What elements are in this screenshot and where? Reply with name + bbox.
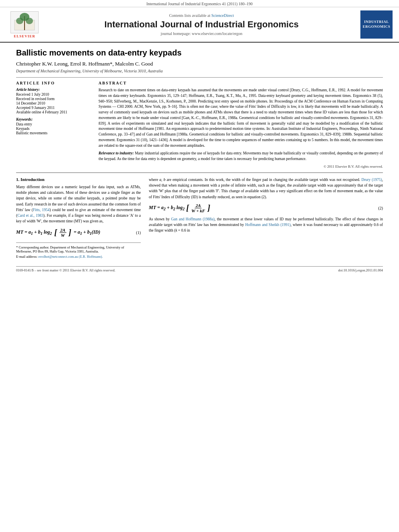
- formula-2-fraction: 2A W + kF: [191, 203, 206, 213]
- abstract-column: ABSTRACT Research to date on movement ti…: [99, 81, 383, 168]
- relevance-body: Many industrial applications require the…: [99, 151, 383, 161]
- elsevier-logo: ELSEVIER: [6, 11, 43, 38]
- paper-title: Ballistic movements on data-entry keypad…: [16, 48, 383, 58]
- keywords-label: Keywords:: [16, 117, 90, 121]
- journal-center: Contents lists available at ScienceDirec…: [43, 13, 360, 36]
- article-info-column: ARTICLE INFO Article history: Received 1…: [16, 81, 90, 168]
- formula-1: MT = a1 + b1 log2 [ 2A W ] = a1 + b1(ID)…: [16, 228, 141, 238]
- elsevier-logo-image: [10, 11, 39, 33]
- paper-affiliation: Department of Mechanical Engineering, Un…: [16, 69, 383, 73]
- keyword-1: Data entry: [16, 122, 90, 126]
- svg-point-3: [16, 18, 23, 24]
- elsevier-label: ELSEVIER: [14, 34, 35, 38]
- formula-1-bracket: [: [54, 228, 57, 237]
- relevance-label: Relevance to industry:: [99, 151, 134, 155]
- right-body-column: where a, b are empirical constants. In t…: [149, 177, 383, 260]
- formula-2-bracket-close: ]: [208, 203, 210, 213]
- main-body: 1. Introduction Many different devices u…: [16, 177, 383, 260]
- journal-citation: International Journal of Industrial Ergo…: [146, 2, 253, 6]
- formula-2-number: (2): [378, 206, 383, 210]
- doi-text: doi:10.1016/j.ergon.2011.01.004: [338, 268, 383, 272]
- email-label: E-mail address:: [16, 255, 37, 259]
- left-body-column: 1. Introduction Many different devices u…: [16, 177, 141, 260]
- email-link[interactable]: errolhot@netconnect.com.au (E.R. Hoffman…: [38, 255, 103, 259]
- available-date: Available online 4 February 2011: [16, 110, 90, 114]
- article-info-heading: ARTICLE INFO: [16, 81, 90, 85]
- footnote-corresponding: * Corresponding author. Department of Me…: [16, 245, 141, 253]
- top-bar: International Journal of Industrial Ergo…: [0, 0, 399, 7]
- intro-para1: Many different devices use a numeric key…: [16, 184, 141, 224]
- journal-right-logo: INDUSTRIAL ERGONOMICS: [360, 10, 393, 39]
- right-para1: where a, b are empirical constants. In t…: [149, 177, 383, 200]
- hoffmann-sheikh-link[interactable]: Hoffmann and Sheikh (1991): [245, 223, 290, 227]
- bottom-bar: 0169-8141/$ – see front matter © 2011 El…: [16, 266, 383, 272]
- footnote-email: E-mail address: errolhot@netconnect.com.…: [16, 255, 141, 259]
- drury-link[interactable]: Drury (1975): [362, 178, 382, 182]
- copyright: © 2011 Elsevier B.V. All rights reserved…: [99, 164, 383, 168]
- revised-label: Received in revised form: [16, 97, 90, 101]
- received-date: Received 1 July 2010: [16, 92, 90, 97]
- formula-2: MT = a2 + b2 log2 [ 2A W + kF ] (2): [149, 203, 383, 213]
- svg-point-4: [26, 18, 33, 24]
- right-logo-text: INDUSTRIAL ERGONOMICS: [363, 20, 391, 29]
- journal-title: International Journal of Industrial Ergo…: [47, 19, 356, 30]
- abstract-heading: ABSTRACT: [99, 81, 383, 85]
- article-history: Article history: Received 1 July 2010 Re…: [16, 88, 90, 114]
- card-link[interactable]: Card et al., 1983: [17, 214, 43, 218]
- fitts-link[interactable]: Fitts, 1954: [33, 208, 49, 212]
- paper-authors: Christopher K.W. Leong, Errol R. Hoffman…: [16, 61, 383, 67]
- history-label: Article history:: [16, 88, 90, 92]
- intro-section-title: 1. Introduction: [16, 177, 141, 182]
- formula-2-mt: MT = a2 + b2 log2: [149, 205, 185, 211]
- footnote-section: * Corresponding author. Department of Me…: [16, 242, 141, 259]
- gan-hoffmann-link[interactable]: Gan and Hoffmann (1988a): [171, 217, 214, 221]
- formula-1-number: (1): [136, 230, 141, 235]
- formula-1-equals: = a1 + b1(ID): [74, 229, 100, 236]
- issn-text: 0169-8141/$ – see front matter © 2011 El…: [16, 268, 115, 272]
- revised-date: 14 December 2010: [16, 101, 90, 105]
- journal-header: ELSEVIER Contents lists available at Sci…: [0, 7, 399, 43]
- relevance-text: Relevance to industry: Many industrial a…: [99, 151, 383, 162]
- formula-1-content: MT = a1 + b1 log2 [ 2A W ] = a1 + b1(ID): [16, 228, 136, 238]
- paper-content: Ballistic movements on data-entry keypad…: [0, 43, 399, 278]
- keyword-2: Keypads: [16, 127, 90, 131]
- keyword-3: Ballistic movements: [16, 131, 90, 135]
- article-info-abstract-section: ARTICLE INFO Article history: Received 1…: [16, 81, 383, 168]
- formula-1-mt: MT = a1 + b1 log2: [16, 229, 52, 236]
- abstract-text: Research to date on movement times on da…: [99, 88, 383, 148]
- divider: [16, 77, 383, 78]
- formula-1-fraction: 2A W: [60, 228, 66, 238]
- science-direct-anchor[interactable]: ScienceDirect: [211, 13, 234, 18]
- formula-1-bracket-close: ]: [69, 228, 72, 237]
- formula-2-content: MT = a2 + b2 log2 [ 2A W + kF ]: [149, 203, 378, 213]
- formula-2-bracket-open: [: [186, 203, 189, 213]
- science-direct-link: Contents lists available at ScienceDirec…: [47, 13, 356, 18]
- section-divider: [16, 173, 383, 173]
- accepted-date: Accepted 9 January 2011: [16, 106, 90, 110]
- right-para2: As shown by Gan and Hoffmann (1988a), th…: [149, 216, 383, 234]
- keywords-section: Keywords: Data entry Keypads Ballistic m…: [16, 117, 90, 135]
- journal-homepage: journal homepage: www.elsevier.com/locat…: [47, 31, 356, 36]
